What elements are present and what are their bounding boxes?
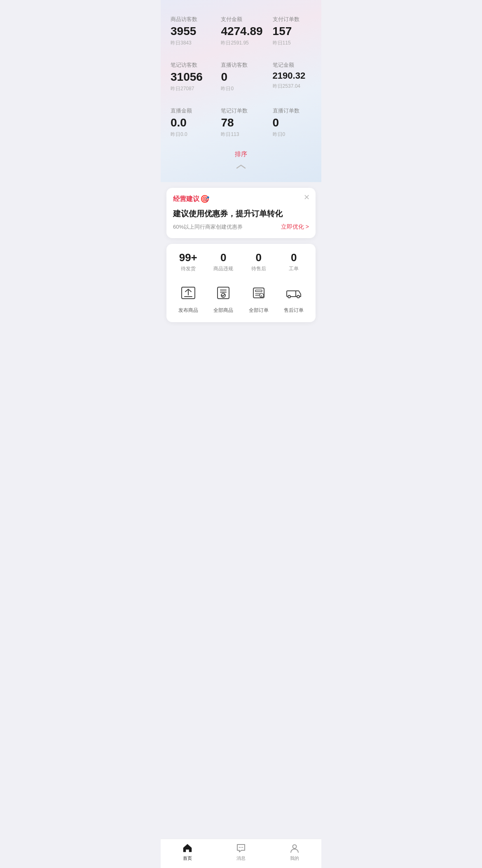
svg-point-15 xyxy=(241,847,241,848)
stat-item-live-orders: 直播订单数 0 昨日0 xyxy=(267,100,317,145)
stat-item-live-visitors: 直播访客数 0 昨日0 xyxy=(215,54,267,100)
stat-value-payment: 4274.89 xyxy=(221,26,262,37)
stat-yesterday-note-amount: 昨日2537.04 xyxy=(273,83,300,90)
nav-message-label: 消息 xyxy=(236,855,246,861)
svg-point-13 xyxy=(297,295,299,298)
quick-icons-row: 发布商品 全部商品 xyxy=(171,282,311,314)
advice-title: 经营建议 xyxy=(173,195,199,204)
aftersale-label: 售后订单 xyxy=(284,307,304,314)
home-icon xyxy=(182,842,193,854)
svg-text:ii: ii xyxy=(260,295,262,297)
stat-label-payment: 支付金额 xyxy=(221,16,242,23)
stat-item-payment: 支付金额 4274.89 昨日2591.95 xyxy=(215,8,267,54)
aftersale-icon xyxy=(285,284,302,302)
svg-rect-6 xyxy=(255,290,262,292)
quick-icon-publish[interactable]: 发布商品 xyxy=(171,282,206,314)
advice-header: 经营建议 🎯 xyxy=(173,194,309,204)
sort-row: 排序 xyxy=(161,145,321,161)
nav-profile-label: 我的 xyxy=(290,855,299,861)
stat-yesterday-payment: 昨日2591.95 xyxy=(221,40,248,47)
stat-value-live-amount: 0.0 xyxy=(171,117,187,129)
publish-icon xyxy=(180,284,197,302)
stat-yesterday-note-visitors: 昨日27087 xyxy=(171,85,194,92)
stat-yesterday-orders: 昨日115 xyxy=(273,40,291,47)
stat-yesterday-live-amount: 昨日0.0 xyxy=(171,131,187,138)
quick-numbers-row: 99+ 待发货 0 商品违规 0 待售后 0 工单 xyxy=(171,252,311,272)
quick-icon-products[interactable]: 全部商品 xyxy=(206,282,241,314)
advice-body-row: 60%以上同行商家创建优惠券 立即优化 > xyxy=(173,223,309,231)
stat-item-note-amount: 笔记金额 2190.32 昨日2537.04 xyxy=(267,54,317,100)
advice-close-button[interactable]: ✕ xyxy=(304,194,310,201)
advice-action-button[interactable]: 立即优化 > xyxy=(281,223,309,231)
quick-card: 99+ 待发货 0 商品违规 0 待售后 0 工单 xyxy=(166,244,316,322)
collapse-row[interactable] xyxy=(161,161,321,178)
stat-value-note-visitors: 31056 xyxy=(171,71,203,83)
stat-value-note-orders: 78 xyxy=(221,117,234,129)
stat-label-visitors: 商品访客数 xyxy=(171,16,197,23)
quick-icon-aftersale[interactable]: 售后订单 xyxy=(276,282,312,314)
stat-label-live-amount: 直播金额 xyxy=(171,107,192,115)
stat-value-live-visitors: 0 xyxy=(221,71,227,83)
collapse-icon[interactable] xyxy=(234,163,248,171)
quick-num-value-violation: 0 xyxy=(220,252,226,263)
nav-message[interactable]: 消息 xyxy=(214,842,268,861)
quick-num-ticket[interactable]: 0 工单 xyxy=(276,252,312,272)
svg-point-14 xyxy=(239,847,240,848)
nav-profile[interactable]: 我的 xyxy=(268,842,321,861)
stat-label-note-orders: 笔记订单数 xyxy=(221,107,248,115)
aftersale-icon-box xyxy=(283,282,304,304)
quick-section: 99+ 待发货 0 商品违规 0 待售后 0 工单 xyxy=(161,238,321,322)
advice-headline: 建议使用优惠券，提升订单转化 xyxy=(173,208,309,219)
stat-label-orders: 支付订单数 xyxy=(273,16,299,23)
svg-point-17 xyxy=(293,845,297,849)
stat-value-note-amount: 2190.32 xyxy=(273,71,306,80)
sort-button[interactable]: 排序 xyxy=(235,150,247,158)
stat-item-orders: 支付订单数 157 昨日115 xyxy=(267,8,317,54)
quick-num-aftersale[interactable]: 0 待售后 xyxy=(241,252,276,272)
publish-icon-box xyxy=(178,282,199,304)
products-icon xyxy=(215,284,232,302)
quick-num-pending-ship[interactable]: 99+ 待发货 xyxy=(171,252,206,272)
quick-num-label-ticket: 工单 xyxy=(289,265,299,272)
stat-item-visitors: 商品访客数 3955 昨日3843 xyxy=(165,8,215,54)
quick-num-value-aftersale: 0 xyxy=(256,252,262,263)
quick-num-label-aftersale: 待售后 xyxy=(251,265,266,272)
stat-item-live-amount: 直播金额 0.0 昨日0.0 xyxy=(165,100,215,145)
stat-value-orders: 157 xyxy=(273,26,292,37)
orders-label: 全部订单 xyxy=(249,307,269,314)
stat-yesterday-live-visitors: 昨日0 xyxy=(221,85,234,92)
stat-value-visitors: 3955 xyxy=(171,26,196,37)
advice-card: 经营建议 🎯 ✕ 建议使用优惠券，提升订单转化 60%以上同行商家创建优惠券 立… xyxy=(166,188,316,238)
stat-label-live-orders: 直播订单数 xyxy=(273,107,299,115)
quick-num-violation[interactable]: 0 商品违规 xyxy=(206,252,241,272)
products-icon-box xyxy=(213,282,234,304)
stat-label-note-amount: 笔记金额 xyxy=(273,61,294,69)
advice-section: 经营建议 🎯 ✕ 建议使用优惠券，提升订单转化 60%以上同行商家创建优惠券 立… xyxy=(161,182,321,238)
stat-item-note-visitors: 笔记访客数 31056 昨日27087 xyxy=(165,54,215,100)
stat-item-note-orders: 笔记订单数 78 昨日113 xyxy=(215,100,267,145)
products-label: 全部商品 xyxy=(213,307,233,314)
message-icon xyxy=(235,842,247,854)
quick-num-label-violation: 商品违规 xyxy=(213,265,233,272)
advice-title-icon: 🎯 xyxy=(200,194,209,204)
orders-icon: ii xyxy=(250,284,267,302)
nav-home-label: 首页 xyxy=(183,855,192,861)
stat-yesterday-visitors: 昨日3843 xyxy=(171,40,192,47)
stat-label-live-visitors: 直播访客数 xyxy=(221,61,248,69)
quick-num-value-ticket: 0 xyxy=(291,252,297,263)
svg-point-16 xyxy=(242,847,243,848)
stat-yesterday-note-orders: 昨日113 xyxy=(221,131,239,138)
stat-yesterday-live-orders: 昨日0 xyxy=(273,131,285,138)
stats-grid: 商品访客数 3955 昨日3843 支付金额 4274.89 昨日2591.95… xyxy=(161,8,321,145)
orders-icon-box: ii xyxy=(248,282,269,304)
svg-point-12 xyxy=(288,295,290,298)
bottom-nav: 首页 消息 我的 xyxy=(161,839,321,868)
profile-icon xyxy=(289,842,300,854)
quick-num-label-pending-ship: 待发货 xyxy=(181,265,196,272)
nav-home[interactable]: 首页 xyxy=(161,842,214,861)
quick-icon-orders[interactable]: ii 全部订单 xyxy=(241,282,276,314)
stat-label-note-visitors: 笔记访客数 xyxy=(171,61,197,69)
publish-label: 发布商品 xyxy=(178,307,198,314)
stats-section: 商品访客数 3955 昨日3843 支付金额 4274.89 昨日2591.95… xyxy=(161,0,321,182)
advice-body-text: 60%以上同行商家创建优惠券 xyxy=(173,223,243,231)
